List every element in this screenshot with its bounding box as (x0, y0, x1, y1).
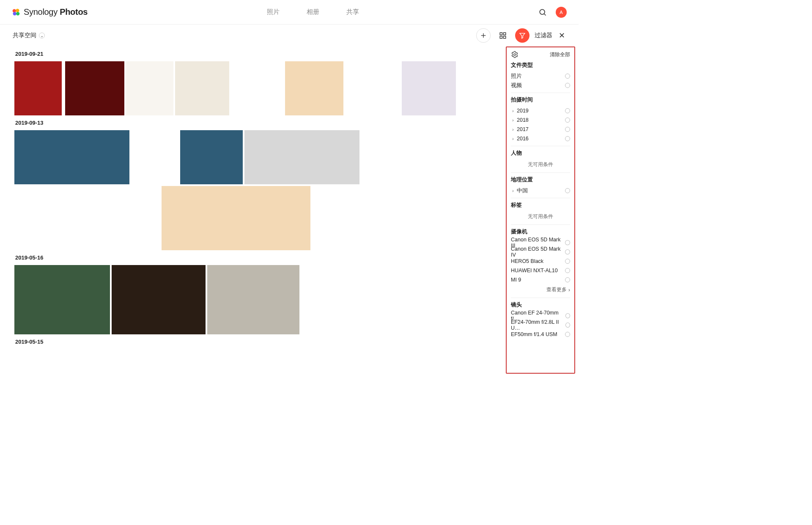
filter-item-video[interactable]: 视频 (511, 81, 570, 90)
filter-button[interactable] (515, 28, 529, 43)
filter-item-lens[interactable]: EF50mm f/1.4 USM (511, 330, 570, 339)
tab-albums[interactable]: 相册 (307, 8, 319, 16)
svg-line-5 (544, 14, 546, 15)
radio-icon (565, 118, 570, 123)
filter-item-geo[interactable]: ›中国 (511, 186, 570, 195)
main-tabs: 照片 相册 共享 (88, 8, 538, 16)
photo-thumb[interactable] (207, 265, 299, 334)
tab-photos[interactable]: 照片 (267, 8, 280, 16)
content: 2019-09-21 2019-09-13 (0, 46, 579, 374)
photo-thumb[interactable] (112, 265, 206, 334)
photo-thumb[interactable] (126, 61, 173, 115)
filter-button-label: 过滤器 (535, 32, 552, 39)
filter-section-title: 文件类型 (511, 62, 570, 69)
layout-grid-icon[interactable] (496, 28, 510, 43)
search-icon[interactable] (538, 8, 547, 17)
filter-item-camera[interactable]: Canon EOS 5D Mark IV (511, 247, 570, 257)
photo-thumb[interactable] (361, 130, 473, 184)
filter-show-more[interactable]: 查看更多› (511, 284, 570, 295)
photo-thumb[interactable] (180, 130, 243, 184)
chevron-right-icon: › (511, 127, 515, 132)
toolbar-right: 过滤器 ✕ (476, 28, 566, 43)
filter-section-title: 摄像机 (511, 228, 570, 235)
date-label: 2019-05-15 (15, 339, 501, 345)
radio-icon (565, 83, 570, 88)
photo-thumb[interactable] (14, 265, 110, 334)
chevron-right-icon: › (511, 109, 515, 113)
app-header: Synology Photos 照片 相册 共享 A (0, 0, 579, 25)
svg-point-1 (16, 8, 19, 12)
svg-rect-8 (500, 33, 502, 35)
gear-icon[interactable] (511, 51, 518, 58)
app-root: Synology Photos 照片 相册 共享 A 共享空间 ⌄ (0, 0, 579, 374)
filter-section-title: 镜头 (511, 301, 570, 309)
filter-empty: 无可用条件 (511, 211, 570, 222)
space-selector[interactable]: 共享空间 ⌄ (13, 32, 45, 39)
photo-thumb[interactable] (402, 61, 456, 115)
filter-item-year[interactable]: ›2019 (511, 106, 570, 115)
filter-item-camera[interactable]: MI 9 (511, 275, 570, 284)
filter-item-photo[interactable]: 照片 (511, 71, 570, 81)
filter-item-year[interactable]: ›2016 (511, 134, 570, 143)
date-group: 2019-05-16 (14, 254, 501, 334)
radio-icon (565, 127, 570, 132)
radio-icon (565, 108, 570, 113)
filter-item-year[interactable]: ›2017 (511, 125, 570, 134)
tab-share[interactable]: 共享 (346, 8, 359, 16)
photo-thumb[interactable] (345, 61, 400, 115)
photo-thumb[interactable] (14, 186, 80, 250)
date-label: 2019-09-21 (15, 51, 501, 57)
filter-panel: 清除全部 文件类型 照片 视频 拍摄时间 ›2019 ›2018 ›2017 ›… (506, 46, 575, 374)
date-group: 2019-05-15 (14, 339, 501, 345)
close-icon[interactable]: ✕ (557, 31, 566, 40)
filter-item-camera[interactable]: HERO5 Black (511, 257, 570, 266)
avatar[interactable]: A (556, 7, 567, 18)
svg-point-3 (16, 12, 19, 15)
toolbar: 共享空间 ⌄ 过滤器 ✕ (0, 25, 579, 46)
photo-thumb[interactable] (285, 61, 343, 115)
svg-rect-9 (504, 33, 506, 35)
clear-all-button[interactable]: 清除全部 (550, 51, 570, 58)
filter-item-year[interactable]: ›2018 (511, 115, 570, 125)
chevron-down-icon: ⌄ (39, 33, 45, 38)
date-label: 2019-09-13 (15, 120, 501, 126)
radio-icon (565, 277, 570, 282)
date-group: 2019-09-13 (14, 120, 501, 250)
chevron-right-icon: › (511, 189, 515, 193)
radio-icon (565, 188, 570, 193)
brand-logo-icon (12, 8, 20, 16)
radio-icon (565, 332, 570, 337)
svg-marker-12 (520, 33, 525, 38)
filter-empty: 无可用条件 (511, 159, 570, 170)
brand-name-plain: Synology (24, 7, 58, 16)
thumb-row (14, 61, 501, 115)
photo-thumb[interactable] (65, 61, 124, 115)
filter-section-title: 地理位置 (511, 176, 570, 183)
photo-thumb[interactable] (162, 186, 310, 250)
photo-thumb[interactable] (131, 130, 178, 184)
radio-icon (565, 323, 570, 328)
thumb-row (14, 265, 501, 334)
svg-point-2 (13, 12, 16, 15)
chevron-right-icon: › (511, 118, 515, 123)
svg-rect-11 (504, 36, 506, 38)
date-label: 2019-05-16 (15, 254, 501, 261)
filter-item-camera[interactable]: HUAWEI NXT-AL10 (511, 266, 570, 275)
photo-thumb[interactable] (14, 130, 129, 184)
filter-item-lens[interactable]: EF24-70mm f/2.8L II U… (511, 320, 570, 330)
photo-thumb[interactable] (82, 186, 160, 250)
add-button[interactable] (476, 28, 491, 43)
chevron-right-icon: › (568, 287, 570, 293)
photo-thumb[interactable] (231, 61, 283, 115)
brand-name: Synology Photos (24, 7, 88, 17)
gallery: 2019-09-21 2019-09-13 (0, 46, 506, 374)
svg-rect-10 (500, 36, 502, 38)
radio-icon (565, 249, 570, 254)
date-group: 2019-09-21 (14, 51, 501, 115)
photo-thumb[interactable] (14, 61, 63, 115)
brand: Synology Photos (12, 7, 88, 17)
filter-section-title: 标签 (511, 202, 570, 209)
photo-thumb[interactable] (244, 130, 359, 184)
photo-thumb[interactable] (175, 61, 229, 115)
radio-icon (565, 268, 570, 273)
